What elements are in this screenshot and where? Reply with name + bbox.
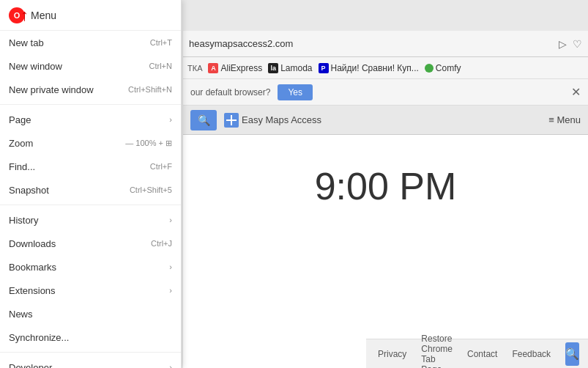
menu-divider-3 <box>0 352 181 353</box>
menu-item-snapshot[interactable]: Snapshot Ctrl+Shift+5 <box>0 178 181 202</box>
page-label: Page <box>9 114 165 125</box>
zoom-label: Zoom <box>9 138 125 149</box>
yes-button[interactable]: Yes <box>278 84 313 100</box>
address-bar: heasymapsaccess2.com ▷ ♡ <box>183 31 588 57</box>
menu-item-extensions[interactable]: Extensions › <box>0 279 181 302</box>
menu-item-news[interactable]: News <box>0 302 181 325</box>
comfy-label: Comfy <box>436 63 461 73</box>
page-arrow-icon: › <box>169 115 172 124</box>
easy-maps-toolbar: 🔍 Easy Maps Access ≡ Menu <box>183 106 588 135</box>
footer-search-button[interactable]: 🔍 <box>565 342 579 366</box>
footer-restore[interactable]: Restore Chrome Tab Page <box>421 334 453 369</box>
downloads-label: Downloads <box>9 238 151 249</box>
menu-item-new-private[interactable]: New private window Ctrl+Shift+N <box>0 78 181 101</box>
new-window-label: New window <box>9 61 149 72</box>
easy-maps-menu[interactable]: ≡ Menu <box>548 114 581 125</box>
synchronize-label: Synchronize... <box>9 332 172 343</box>
menu-item-page[interactable]: Page › <box>0 108 181 131</box>
time-text: 9:00 PM <box>315 164 457 208</box>
bookmark-comfy[interactable]: Comfy <box>425 63 461 73</box>
notification-text: our default browser? <box>190 87 270 97</box>
address-text: heasymapsaccess2.com <box>189 38 559 49</box>
new-private-label: New private window <box>9 84 128 95</box>
time-display: 9:00 PM <box>183 135 588 223</box>
menu-item-bookmarks[interactable]: Bookmarks › <box>0 255 181 279</box>
notification-close-button[interactable]: ✕ <box>571 85 581 99</box>
bookmarks-arrow-icon: › <box>169 262 172 271</box>
menu-item-find[interactable]: Find... Ctrl+F <box>0 155 181 178</box>
new-private-shortcut: Ctrl+Shift+N <box>128 85 172 94</box>
menu-divider-2 <box>0 205 181 205</box>
p-label: Найди! Сравни! Куп... <box>331 63 419 73</box>
menu-item-developer[interactable]: Developer › <box>0 356 181 368</box>
bookmark-poisk[interactable]: P Найди! Сравни! Куп... <box>319 63 419 73</box>
extensions-arrow-icon: › <box>169 286 172 295</box>
zoom-controls: — 100% + ⊞ <box>125 139 172 148</box>
footer-privacy[interactable]: Privacy <box>378 349 406 359</box>
page-footer: Privacy Restore Chrome Tab Page Contact … <box>366 339 588 368</box>
la-label: Lamoda <box>280 63 312 73</box>
easy-maps-logo: Easy Maps Access <box>224 113 321 128</box>
extensions-label: Extensions <box>9 285 165 296</box>
ali-label: AliExpress <box>220 63 262 73</box>
snapshot-shortcut: Ctrl+Shift+5 <box>130 185 172 194</box>
bookmarks-bar: ТКА A AliExpress la Lamoda P Найди! Срав… <box>183 57 588 79</box>
footer-feedback[interactable]: Feedback <box>512 349 551 359</box>
p-icon: P <box>319 63 329 73</box>
menu-item-zoom[interactable]: Zoom — 100% + ⊞ <box>0 131 181 155</box>
menu-divider-1 <box>0 104 181 105</box>
news-label: News <box>9 309 172 320</box>
menu-items-list: New tab Ctrl+T New window Ctrl+N New pri… <box>0 31 181 368</box>
snapshot-label: Snapshot <box>9 185 130 196</box>
new-tab-shortcut: Ctrl+T <box>150 38 172 47</box>
easy-maps-search-button[interactable]: 🔍 <box>190 110 217 130</box>
new-tab-label: New tab <box>9 37 150 48</box>
easy-maps-logo-icon <box>224 113 239 128</box>
address-icons: ▷ ♡ <box>559 38 582 50</box>
menu-title: Menu <box>31 10 56 21</box>
menu-item-downloads[interactable]: Downloads Ctrl+J <box>0 232 181 255</box>
footer-contact[interactable]: Contact <box>467 349 497 359</box>
ali-icon: A <box>208 63 218 73</box>
history-arrow-icon: › <box>169 216 172 224</box>
send-icon: ▷ <box>559 38 567 50</box>
developer-label: Developer <box>9 362 165 369</box>
find-shortcut: Ctrl+F <box>150 162 172 171</box>
new-window-shortcut: Ctrl+N <box>149 62 172 70</box>
downloads-shortcut: Ctrl+J <box>151 239 172 248</box>
menu-item-new-window[interactable]: New window Ctrl+N <box>0 54 181 78</box>
find-label: Find... <box>9 161 150 172</box>
page-content: 🔍 Easy Maps Access ≡ Menu 9:00 PM Privac… <box>183 106 588 368</box>
hamburger-label: ≡ Menu <box>548 114 581 125</box>
history-label: History <box>9 215 165 226</box>
bookmarks-label: Bookmarks <box>9 262 165 273</box>
menu-item-synchronize[interactable]: Synchronize... <box>0 325 181 349</box>
header-red-arrow: ↑ <box>21 6 29 25</box>
bookmark-aliexpress[interactable]: A AliExpress <box>208 63 262 73</box>
bookmark-lamoda[interactable]: la Lamoda <box>268 63 312 73</box>
tka-label: ТКА <box>187 64 202 73</box>
bookmark-tka[interactable]: ТКА <box>187 64 202 73</box>
comfy-dot-icon <box>425 64 433 73</box>
easy-maps-label: Easy Maps Access <box>242 114 321 125</box>
menu-item-new-tab[interactable]: New tab Ctrl+T <box>0 31 181 54</box>
heart-icon: ♡ <box>573 38 582 50</box>
menu-item-history[interactable]: History › <box>0 208 181 232</box>
menu-overlay: O Menu New tab Ctrl+T New window Ctrl+N … <box>0 0 182 368</box>
notification-bar: our default browser? Yes ✕ <box>183 79 588 106</box>
developer-arrow-icon: › <box>169 363 172 368</box>
la-icon: la <box>268 63 278 73</box>
